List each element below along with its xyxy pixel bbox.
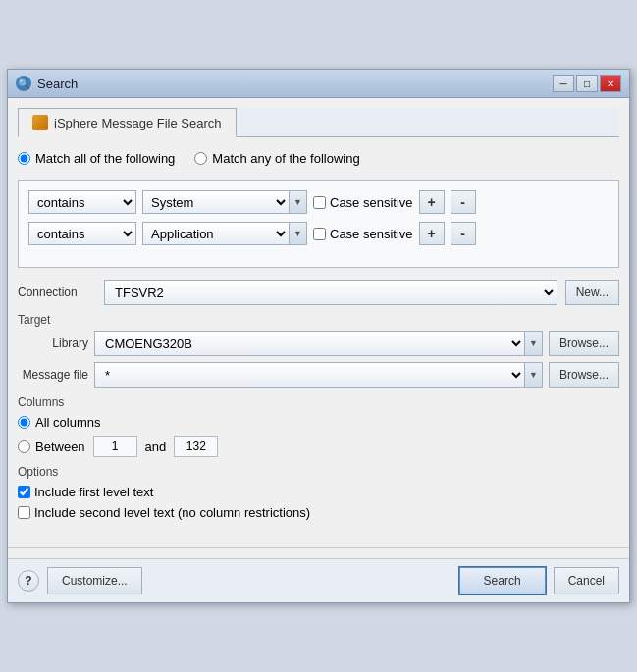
tab-icon xyxy=(32,115,48,130)
and-label: and xyxy=(145,439,167,454)
connection-row: Connection TFSVR2 New... xyxy=(18,280,619,305)
connection-combo: TFSVR2 xyxy=(104,280,557,305)
first-level-text: Include first level text xyxy=(34,485,153,499)
title-buttons: ─ □ ✕ xyxy=(553,75,621,92)
second-level-text: Include second level text (no column res… xyxy=(34,505,310,520)
minimize-button[interactable]: ─ xyxy=(553,75,574,92)
window-title: Search xyxy=(37,77,78,91)
customize-button[interactable]: Customize... xyxy=(47,567,142,594)
condition-row-1: contains startsWith endsWith equals Syst… xyxy=(28,190,609,214)
second-level-check[interactable] xyxy=(18,506,30,519)
field-combo-2: System Application Message ID Message te… xyxy=(142,222,307,245)
match-radio-group: Match all of the following Match any of … xyxy=(18,147,619,170)
between-label: Between xyxy=(35,439,85,454)
msgfile-label: Message file xyxy=(18,368,88,382)
match-all-radio[interactable] xyxy=(18,152,30,165)
title-bar: 🔍 Search ─ □ ✕ xyxy=(8,70,629,98)
case-sensitive-check-1[interactable] xyxy=(313,196,326,209)
case-sensitive-label-2[interactable]: Case sensitive xyxy=(313,227,413,241)
match-any-radio[interactable] xyxy=(194,152,207,165)
between-columns-row: Between and xyxy=(18,436,619,457)
condition-type-select-2[interactable]: contains startsWith endsWith equals xyxy=(28,222,136,245)
options-section: Options Include first level text Include… xyxy=(18,465,619,520)
field-select-2[interactable]: System Application Message ID Message te… xyxy=(142,222,290,245)
window-content: iSphere Message File Search Match all of… xyxy=(8,98,629,538)
search-window: 🔍 Search ─ □ ✕ iSphere Message File Sear… xyxy=(7,69,630,603)
msgfile-select[interactable]: * xyxy=(94,362,525,388)
remove-condition-btn-2[interactable]: - xyxy=(451,222,476,245)
all-columns-label: All columns xyxy=(35,415,100,430)
tab-isphere-search[interactable]: iSphere Message File Search xyxy=(18,108,237,137)
condition-type-select-1[interactable]: contains startsWith endsWith equals xyxy=(28,190,136,214)
case-sensitive-text-2: Case sensitive xyxy=(330,227,413,241)
msgfile-browse-button[interactable]: Browse... xyxy=(549,362,619,388)
between-radio-label[interactable]: Between xyxy=(18,439,85,454)
separator xyxy=(8,547,629,548)
all-columns-radio[interactable] xyxy=(18,416,30,429)
bottom-right: Search Cancel xyxy=(459,567,619,594)
field-select-1[interactable]: System Application Message ID Message te… xyxy=(142,190,290,214)
first-level-row: Include first level text xyxy=(18,485,619,499)
second-level-label[interactable]: Include second level text (no column res… xyxy=(18,505,619,520)
options-title: Options xyxy=(18,465,619,479)
close-button[interactable]: ✕ xyxy=(600,75,621,92)
between-to-input[interactable] xyxy=(174,436,218,457)
title-bar-left: 🔍 Search xyxy=(16,76,78,91)
lock-btn-1[interactable]: ▼ xyxy=(290,190,307,214)
first-level-check[interactable] xyxy=(18,486,30,498)
condition-row-2: contains startsWith endsWith equals Syst… xyxy=(28,222,609,245)
msgfile-row: Message file * ▼ Browse... xyxy=(18,362,619,388)
match-all-label: Match all of the following xyxy=(35,151,175,166)
help-button[interactable]: ? xyxy=(18,570,39,592)
first-level-label[interactable]: Include first level text xyxy=(18,485,619,499)
field-combo-1: System Application Message ID Message te… xyxy=(142,190,307,214)
library-label: Library xyxy=(18,336,88,350)
window-icon: 🔍 xyxy=(16,76,31,91)
library-row: Library CMOENG320B ▼ Browse... xyxy=(18,331,619,356)
between-radio[interactable] xyxy=(18,440,30,453)
between-from-input[interactable] xyxy=(93,436,137,457)
library-lock-btn[interactable]: ▼ xyxy=(525,331,543,356)
remove-condition-btn-1[interactable]: - xyxy=(451,190,476,214)
match-all-radio-label[interactable]: Match all of the following xyxy=(18,151,175,166)
all-columns-row: All columns xyxy=(18,415,619,430)
tab-label: iSphere Message File Search xyxy=(54,116,222,130)
new-connection-button[interactable]: New... xyxy=(565,280,619,305)
target-label: Target xyxy=(18,313,619,327)
library-field: CMOENG320B ▼ xyxy=(94,331,543,356)
lock-btn-2[interactable]: ▼ xyxy=(290,222,307,245)
connection-label: Connection xyxy=(18,285,96,299)
add-condition-btn-1[interactable]: + xyxy=(419,190,445,214)
match-any-label: Match any of the following xyxy=(212,151,359,166)
library-select[interactable]: CMOENG320B xyxy=(94,331,525,356)
bottom-left: ? Customize... xyxy=(18,567,142,594)
match-any-radio-label[interactable]: Match any of the following xyxy=(194,151,359,166)
columns-section: Columns All columns Between and xyxy=(18,395,619,457)
case-sensitive-text-1: Case sensitive xyxy=(330,195,413,210)
case-sensitive-label-1[interactable]: Case sensitive xyxy=(313,195,413,210)
msgfile-lock-btn[interactable]: ▼ xyxy=(525,362,543,388)
second-level-row: Include second level text (no column res… xyxy=(18,505,619,520)
all-columns-radio-label[interactable]: All columns xyxy=(18,415,100,430)
target-section: Target Library CMOENG320B ▼ Browse... Me… xyxy=(18,313,619,388)
cancel-button[interactable]: Cancel xyxy=(554,567,619,594)
case-sensitive-check-2[interactable] xyxy=(313,228,326,240)
add-condition-btn-2[interactable]: + xyxy=(419,222,445,245)
connection-select[interactable]: TFSVR2 xyxy=(104,280,557,305)
search-button[interactable]: Search xyxy=(459,567,546,594)
bottom-bar: ? Customize... Search Cancel xyxy=(8,558,629,602)
msgfile-field: * ▼ xyxy=(94,362,543,388)
columns-title: Columns xyxy=(18,395,619,409)
tab-bar: iSphere Message File Search xyxy=(18,108,619,137)
library-browse-button[interactable]: Browse... xyxy=(549,331,619,356)
columns-options: All columns Between and xyxy=(18,415,619,457)
restore-button[interactable]: □ xyxy=(576,75,598,92)
search-conditions-box: contains startsWith endsWith equals Syst… xyxy=(18,180,619,268)
